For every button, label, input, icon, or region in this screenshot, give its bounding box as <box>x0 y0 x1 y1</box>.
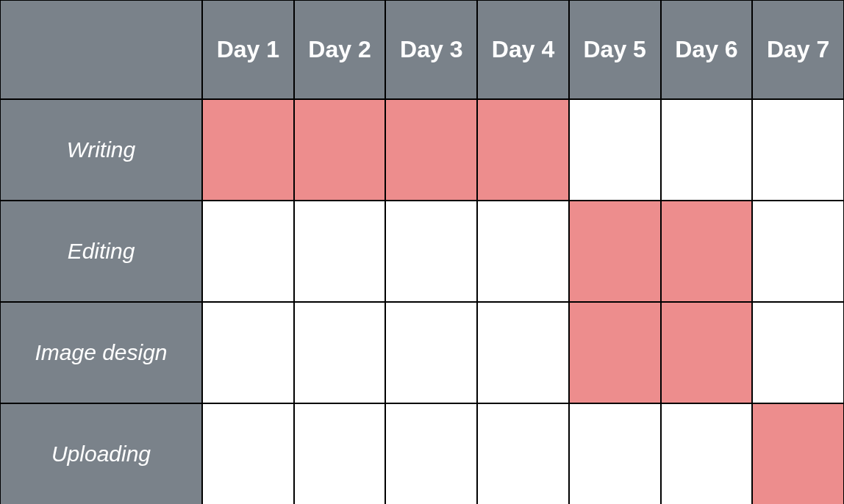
gantt-cell <box>477 302 569 403</box>
gantt-cell <box>477 99 569 201</box>
gantt-cell <box>569 99 661 201</box>
gantt-cell <box>385 302 477 403</box>
gantt-cell <box>294 201 386 302</box>
column-header-day1: Day 1 <box>202 0 294 99</box>
gantt-cell <box>294 403 386 504</box>
column-header-day7: Day 7 <box>752 0 844 99</box>
column-header-day6: Day 6 <box>661 0 753 99</box>
gantt-cell <box>294 302 386 403</box>
gantt-cell <box>752 302 844 403</box>
gantt-cell <box>661 201 753 302</box>
gantt-cell <box>569 403 661 504</box>
gantt-cell <box>661 403 753 504</box>
gantt-cell <box>752 99 844 201</box>
gantt-cell <box>202 99 294 201</box>
gantt-cell <box>202 201 294 302</box>
gantt-cell <box>661 99 753 201</box>
column-header-day5: Day 5 <box>569 0 661 99</box>
gantt-cell <box>385 403 477 504</box>
gantt-cell <box>569 201 661 302</box>
gantt-cell <box>752 201 844 302</box>
task-label-writing: Writing <box>0 99 202 201</box>
task-label-uploading: Uploading <box>0 403 202 504</box>
gantt-cell <box>294 99 386 201</box>
gantt-cell <box>202 302 294 403</box>
gantt-cell <box>661 302 753 403</box>
gantt-cell <box>385 201 477 302</box>
task-label-image-design: Image design <box>0 302 202 403</box>
gantt-cell <box>385 99 477 201</box>
gantt-cell <box>477 201 569 302</box>
gantt-cell <box>477 403 569 504</box>
gantt-cell <box>752 403 844 504</box>
column-header-day2: Day 2 <box>294 0 386 99</box>
gantt-cell <box>202 403 294 504</box>
gantt-chart: Day 1 Day 2 Day 3 Day 4 Day 5 Day 6 Day … <box>0 0 844 504</box>
gantt-cell <box>569 302 661 403</box>
column-header-day3: Day 3 <box>385 0 477 99</box>
task-label-editing: Editing <box>0 201 202 302</box>
column-header-day4: Day 4 <box>477 0 569 99</box>
corner-cell <box>0 0 202 99</box>
